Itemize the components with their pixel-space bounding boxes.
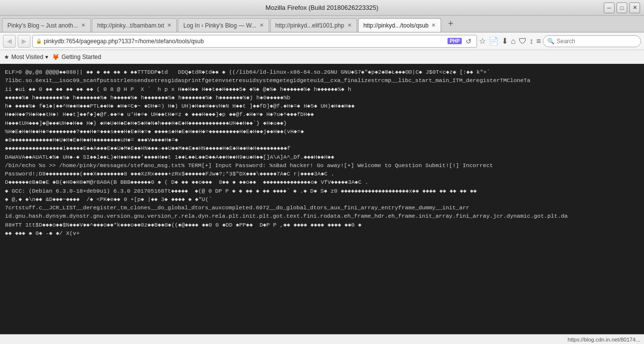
back-button[interactable]: ◀ [3, 35, 16, 48]
tab-5-label: http://pinkyd.../tools/qsub [364, 22, 429, 29]
tab-2[interactable]: http://pinky...t/bambam.txt ✕ [92, 18, 177, 32]
bookmark-getting-started[interactable]: 🦊 Getting Started [52, 54, 101, 60]
content-line: ELF>0 @φ,@8 @@@@◆◆888|| ◆◆ ◆ ◆◆ ◆◆ ◆ ◆◆T… [5, 68, 639, 76]
content-line: ◆8◆◆◆◆◆◆◆◆◆◆◆◆H◆U◆H◆E◆H◆◆H◆◆◆◆◆◆◆◆uH◆= ◆… [5, 136, 639, 144]
content-line: /bin/echo %s >> /home/pinky/messages/ste… [5, 161, 639, 170]
content-line: D◆◆◆◆◆◆eB◆B◆E ◆B(◆H0◆H8◆M@r8A0A(B BBB◆◆◆… [5, 178, 639, 186]
new-tab-button[interactable]: + [444, 19, 457, 29]
most-visited-icon: ★ [4, 54, 9, 60]
content-line: ◆ GCC: (Debian 6.3.0-18+deb9u1) 6.3.0 20… [5, 187, 639, 195]
bookmark-star-icon[interactable]: ☆ [479, 36, 486, 46]
search-box[interactable]: 🔍 [543, 35, 641, 47]
tab-2-label: http://pinky...t/bambam.txt [97, 22, 165, 29]
title-bar: Mozilla Firefox (Build 20180626223325) ─… [0, 0, 644, 16]
window-controls: ─ □ ✕ [604, 2, 640, 13]
reload-button[interactable]: ↺ [464, 36, 474, 46]
minimize-button[interactable]: ─ [604, 2, 615, 13]
tab-3-close[interactable]: ✕ [259, 22, 264, 29]
forward-button[interactable]: ▶ [18, 35, 30, 48]
content-line: Password!;D8◆◆◆◆◆◆◆◆◆◆(◆◆◆X◆◆◆◆◆◆◆◆8 ◆◆◆… [5, 170, 639, 178]
nav-bar: ◀ ▶ 🔒 pinkydb:7654/pageegap.php?1337=/ho… [0, 32, 644, 50]
sync-icon[interactable]: ↕ [530, 37, 533, 46]
content-line: %H◆E◆H◆H◆◆H◆=◆◆◆◆◆◆◆◆?◆◆◆H◆=◆◆◆s◆◆◆H◆E◆H… [5, 127, 639, 136]
search-icon: 🔍 [547, 38, 555, 45]
content-line: H◆◆◆tUH◆◆◆]◆@◆◆◆UH◆◆H◆◆ H◆} ◆H◆U◆H◆E◆H◆5… [5, 119, 639, 127]
most-visited-label: Most Visited [11, 54, 43, 60]
close-button[interactable]: ✕ [629, 2, 640, 13]
content-line: ◆◆ ◆◆◆ ◆ 0◆ -◆ ◆/ X(v+ [5, 229, 639, 237]
window-title: Mozilla Firefox (Build 20180626223325) [266, 4, 379, 11]
content-line: ◆◆◆◆◆%◆ h◆◆◆◆◆◆◆◆%◆ h◆◆◆◆◆◆◆%◆ h◆◆◆◆◆%◆ … [5, 93, 639, 102]
most-visited-arrow: ▾ [45, 54, 48, 60]
tab-bar: Pinky's Blog – Just anoth... ✕ http://pi… [0, 16, 644, 32]
home-icon[interactable]: ⌂ [511, 37, 516, 46]
content-line: id.gnu.hash.dynsym.dynstr.gnu.version.gn… [5, 212, 639, 220]
content-line: 7libc.so.6exit__isoc99_scanfputsstrlense… [5, 76, 639, 85]
content-line: ii ◆ui ◆◆ 0 ◆◆ ◆◆ ◆◆ ◆◆ ◆◆ ( 0 8 @ H P X… [5, 85, 639, 93]
nav-icons: ☆ 📄 ⬇ ⌂ 🛡 ↕ ≡ [479, 36, 541, 46]
download-icon[interactable]: ⬇ [502, 36, 508, 46]
tab-4-label: http://pinkyd...elif1001.php [276, 22, 344, 29]
tab-5-close[interactable]: ✕ [431, 22, 436, 29]
content-line: 7crtstuff.c__JCR_LIST__deregister_tm_clo… [5, 203, 639, 212]
address-text: pinkydb:7654/pageegap.php?1337=/home/ste… [44, 38, 446, 45]
bookmarks-bar: ★ Most Visited ▾ 🦊 Getting Started [0, 50, 644, 64]
php-badge: PHP [448, 38, 462, 44]
address-bar[interactable]: 🔒 pinkydb:7654/pageegap.php?1337=/home/s… [32, 35, 477, 48]
tab-4-close[interactable]: ✕ [347, 22, 352, 29]
status-url: https://blog.cdn.in.net/80174... [568, 337, 640, 343]
bookmark-most-visited[interactable]: ★ Most Visited ▾ [4, 54, 48, 60]
tab-5[interactable]: http://pinkyd.../tools/qsub ✕ [358, 18, 442, 32]
main-content: ELF>0 @φ,@8 @@@@◆◆888|| ◆◆ ◆ ◆◆ ◆◆ ◆ ◆◆T… [0, 64, 644, 334]
search-input[interactable] [557, 38, 630, 45]
content-line: h◆ ◆◆◆◆%◆ f◆1◆|◆◆^H◆◆H◆◆◆PTL◆◆H◆ ◆H◆=C◆~… [5, 102, 639, 110]
tab-1-label: Pinky's Blog – Just anoth... [7, 22, 78, 29]
content-line: 88#TT 1tt$D◆◆◆o◆◆$N◆◆◆V◆◆^◆◆◆o◆◆*k◆◆◆o◆◆… [5, 221, 639, 229]
tab-1-close[interactable]: ✕ [81, 22, 85, 29]
content-line: DAWAVA◆◆AUATL◆%◆ UH◆-◆ SI◆◆l◆◆L)◆H◆◆H◆◆◆… [5, 153, 639, 161]
content-line: H◆◆H◆◆?H◆H◆◆tH◆! H◆◆t]◆◆f◆]◆@f.◆◆=◆ u'H◆… [5, 110, 639, 118]
tab-2-close[interactable]: ✕ [167, 22, 171, 29]
status-bar: https://blog.cdn.in.net/80174... [0, 334, 644, 344]
tab-3[interactable]: Log In ‹ Pinky's Blog — W... ✕ [178, 18, 269, 32]
tab-1[interactable]: Pinky's Blog – Just anoth... ✕ [2, 18, 91, 32]
getting-started-icon: 🦊 [52, 54, 59, 60]
tab-4[interactable]: http://pinkyd...elif1001.php ✕ [270, 18, 357, 32]
menu-icon[interactable]: ≡ [536, 37, 541, 46]
shield-icon[interactable]: 🛡 [519, 37, 527, 46]
lock-icon: 🔒 [36, 38, 42, 44]
content-line: ◆◆◆◆◆◆◆◆◆◆◆◆◆◆◆◆◆i◆◆◆◆◆E◆◆A◆◆◆E◆◆U◆M◆E◆◆… [5, 144, 639, 152]
maximize-button[interactable]: □ [616, 2, 627, 13]
getting-started-label: Getting Started [61, 54, 101, 60]
reader-mode-icon[interactable]: 📄 [489, 36, 499, 46]
tab-3-label: Log In ‹ Pinky's Blog — W... [183, 22, 256, 29]
content-line: ◆ @,◆ ◆\n◆◆ &D◆◆◆~◆◆◆◆ /◆ <PK◆e◆◆ 0 +[p◆… [5, 195, 639, 203]
